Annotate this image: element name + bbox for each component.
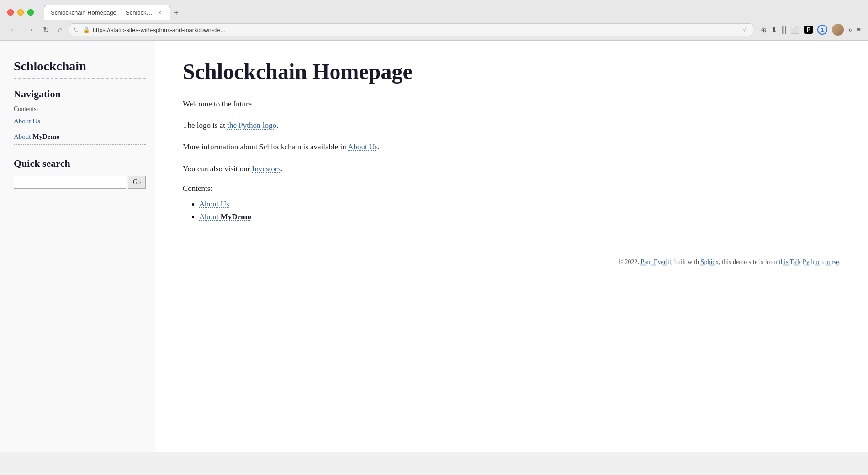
sidebar-quick-search: Quick search Go [14, 158, 146, 189]
footer: © 2022, Paul Everitt, built with Sphinx,… [183, 249, 841, 266]
tab-close-button[interactable]: × [156, 9, 164, 16]
search-form: Go [14, 176, 146, 189]
new-tab-button[interactable]: + [170, 6, 183, 20]
para-welcome: Welcome to the future. [183, 98, 841, 110]
paul-everitt-link[interactable]: Paul Everitt [641, 259, 672, 265]
minimize-button[interactable] [17, 9, 24, 16]
contents-heading: Contents: [183, 184, 841, 193]
main-content: Schlockchain Homepage Welcome to the fut… [155, 41, 868, 452]
sidebar-search-heading: Quick search [14, 158, 146, 169]
para-logo: The logo is at the Python logo. [183, 119, 841, 132]
maximize-button[interactable] [27, 9, 34, 16]
sidebar-contents-label: Contents: [14, 106, 146, 113]
list-item: About MyDemo [199, 212, 841, 222]
more-tools-icon[interactable]: » [848, 26, 852, 34]
traffic-lights [7, 9, 34, 16]
address-bar[interactable]: 🛡 🔒 https://static-sites-with-sphinx-and… [69, 23, 754, 36]
back-button[interactable]: ← [7, 24, 20, 36]
contents-list: About Us About MyDemo [183, 200, 841, 222]
sidebar-link-about-us[interactable]: About Us [14, 117, 146, 129]
para-investors: You can also visit our Investors. [183, 163, 841, 175]
active-tab[interactable]: Schlockchain Homepage — Schlock… × [44, 5, 170, 20]
menu-icon[interactable]: ≡ [857, 26, 861, 34]
search-input[interactable] [14, 176, 126, 189]
toolbar-icons: ⊕ ⬇ ||| ⬜ P 1 » ≡ [761, 24, 861, 36]
sidebar: Schlockchain Navigation Contents: About … [0, 41, 155, 452]
list-item: About Us [199, 200, 841, 209]
talk-python-course-link[interactable]: this Talk Python course [779, 259, 839, 265]
sidebar-brand: Schlockchain [14, 59, 146, 79]
title-bar: Schlockchain Homepage — Schlock… × + [0, 0, 868, 20]
profile-avatar[interactable] [832, 24, 844, 36]
about-us-link[interactable]: About Us [348, 142, 378, 151]
sphinx-link[interactable]: Sphinx [701, 259, 719, 265]
contents-link-about-mydemo[interactable]: About MyDemo [199, 212, 251, 221]
tab-bar: Schlockchain Homepage — Schlock… × + [44, 5, 182, 20]
sidebar-link-about-mydemo[interactable]: About MyDemo [14, 133, 146, 145]
pocket-icon[interactable]: ⊕ [761, 26, 767, 34]
pip-icon[interactable]: ⬜ [791, 26, 800, 34]
shield-icon: 🛡 [74, 26, 80, 33]
sidebar-nav-heading: Navigation [14, 88, 146, 100]
browser-chrome: Schlockchain Homepage — Schlock… × + ← →… [0, 0, 868, 41]
bookmark-icon[interactable]: ☆ [742, 26, 748, 33]
python-logo-link[interactable]: the Python logo [227, 121, 276, 130]
lock-icon: 🔒 [83, 26, 90, 33]
para-about-us: More information about Schlockchain is a… [183, 141, 841, 153]
contents-link-about-us[interactable]: About Us [199, 200, 229, 208]
forward-button[interactable]: → [24, 24, 37, 36]
home-button[interactable]: ⌂ [55, 24, 65, 36]
nav-bar: ← → ↻ ⌂ 🛡 🔒 https://static-sites-with-sp… [0, 20, 868, 40]
download-icon[interactable]: ⬇ [771, 26, 777, 34]
close-button[interactable] [7, 9, 14, 16]
page-container: Schlockchain Navigation Contents: About … [0, 41, 868, 452]
one-password-icon[interactable]: 1 [817, 25, 827, 35]
reading-list-icon[interactable]: ||| [782, 26, 786, 34]
page-title: Schlockchain Homepage [183, 59, 841, 84]
tab-title: Schlockchain Homepage — Schlock… [51, 9, 153, 16]
p-badge[interactable]: P [804, 26, 813, 34]
search-go-button[interactable]: Go [128, 176, 146, 189]
url-text: https://static-sites-with-sphinx-and-mar… [93, 26, 740, 33]
refresh-button[interactable]: ↻ [40, 24, 52, 36]
investors-link[interactable]: Investors [252, 164, 281, 173]
